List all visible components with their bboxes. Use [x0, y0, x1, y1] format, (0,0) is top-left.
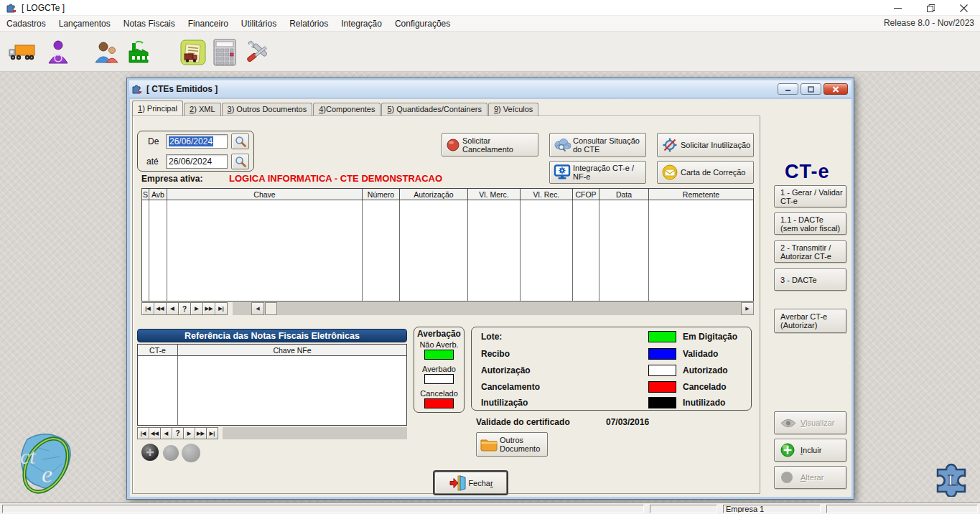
search-icon	[235, 156, 246, 167]
nfe-nav-first-button[interactable]: |◀	[137, 427, 149, 439]
restore-button[interactable]	[914, 0, 947, 16]
exit-door-icon	[448, 475, 468, 491]
mdi-desktop: ct e L [ CTEs Emitidos ]	[0, 72, 980, 503]
legend-label-autorizacao: Autorização	[481, 365, 531, 375]
toolbar	[0, 32, 980, 72]
folder-icon	[478, 436, 500, 452]
sphere-button-2[interactable]	[163, 445, 179, 461]
integracao-cte-nfe-button[interactable]: Integração CT-e / NF-e	[549, 161, 646, 184]
menu-cadastros[interactable]: Cadastros	[0, 17, 52, 31]
clients-toolbar-button[interactable]	[92, 37, 122, 67]
menu-notas-fiscais[interactable]: Notas Fiscais	[117, 17, 182, 31]
date-from-search-button[interactable]	[231, 134, 249, 149]
dacte-sem-valor-fiscal-button[interactable]: 1.1 - DACTe (sem valor fiscal)	[774, 212, 846, 235]
cte-document-toolbar-button[interactable]	[178, 37, 208, 67]
company-toolbar-button[interactable]	[125, 37, 155, 67]
monitor-gear-icon	[551, 164, 573, 180]
cancel-circle-icon	[444, 139, 462, 151]
nfe-reference-grid[interactable]: CT-e Chave NFe	[137, 344, 407, 426]
cte-grid-navigator: |◀ ◀◀ ◀ ? ▶ ▶▶ ▶| ◀ ▶	[141, 302, 754, 315]
tab-componentes[interactable]: 4)Componentes	[313, 103, 381, 116]
minimize-button[interactable]	[881, 0, 914, 16]
nfe-nav-prev-button[interactable]: ◀	[160, 427, 172, 439]
nav-fast-prev-button[interactable]: ◀◀	[154, 302, 167, 315]
child-minimize-button[interactable]	[778, 83, 798, 95]
visualizar-button[interactable]: Visualizar	[774, 411, 846, 434]
nav-next-button[interactable]: ▶	[190, 302, 203, 315]
nav-first-button[interactable]: |◀	[141, 302, 154, 315]
statusbar: Empresa 1	[0, 503, 980, 514]
consultar-situacao-button[interactable]: Consultar Situação do CTE	[549, 133, 646, 157]
col-avb: Avb	[149, 189, 167, 200]
cte-grid[interactable]: S Avb Chave Número Autorização Vl. Merc.…	[141, 188, 754, 302]
menu-lancamentos[interactable]: Lançamentos	[52, 17, 117, 31]
menu-utilitarios[interactable]: Utilitários	[235, 17, 283, 31]
legend-swatch-cancelamento	[648, 381, 676, 393]
empresa-ativa-label: Empresa ativa:	[141, 174, 202, 184]
nfe-nav-fast-prev-button[interactable]: ◀◀	[149, 427, 161, 439]
logctebrand-puzzle-icon: L	[930, 459, 974, 497]
alterar-button[interactable]: Alterar	[774, 466, 846, 489]
scroll-thumb[interactable]	[265, 302, 277, 315]
nfe-nav-next-button[interactable]: ▶	[183, 427, 195, 439]
factory-icon	[127, 40, 153, 65]
truck-toolbar-button[interactable]	[7, 37, 37, 67]
close-button[interactable]	[947, 0, 980, 16]
dacte-button[interactable]: 3 - DACTe	[774, 268, 846, 291]
calculator-toolbar-button[interactable]	[210, 37, 240, 67]
statusbar-panel-4	[826, 505, 978, 513]
tab-principal[interactable]: 1) Principal	[132, 101, 183, 116]
incluir-button[interactable]: Incluir	[774, 439, 846, 462]
col-chave: Chave	[167, 189, 363, 200]
nfe-nav-search-button[interactable]: ?	[172, 427, 184, 439]
menubar: Cadastros Lançamentos Notas Fiscais Fina…	[0, 16, 980, 32]
menu-relatorios[interactable]: Relatórios	[283, 17, 335, 31]
col-autorizacao: Autorização	[400, 189, 468, 200]
scroll-left-button[interactable]: ◀	[251, 302, 264, 315]
tab-veiculos[interactable]: 9) Veículos	[488, 103, 538, 116]
horizontal-scrollbar[interactable]: ◀ ▶	[233, 302, 754, 315]
gerar-validar-cte-button[interactable]: 1 - Gerar / Validar CT-e	[774, 185, 846, 207]
child-close-icon	[832, 86, 839, 93]
child-titlebar[interactable]: [ CTEs Emitidos ]	[129, 80, 851, 98]
tab-quantidades-containers[interactable]: 5) Quantidades/Containers	[381, 103, 487, 116]
solicitar-inutilizacao-button[interactable]: Solicitar Inutilização	[657, 133, 754, 157]
cte-grid-header: S Avb Chave Número Autorização Vl. Merc.…	[142, 189, 753, 200]
nfe-nav-last-button[interactable]: ▶|	[206, 427, 218, 439]
tab-outros-documentos[interactable]: 3) Outros Documentos	[222, 103, 313, 116]
legend-label-recibo: Recibo	[481, 349, 510, 359]
nav-fast-next-button[interactable]: ▶▶	[202, 302, 215, 315]
legend-swatch-autorizacao	[648, 365, 676, 376]
cte-brand-logo: ct e	[4, 431, 88, 500]
solicitar-cancelamento-button[interactable]: Solicitar Cancelamento	[442, 133, 538, 156]
tools-toolbar-button[interactable]	[243, 37, 273, 67]
nav-search-button[interactable]: ?	[178, 302, 191, 315]
nav-prev-button[interactable]: ◀	[166, 302, 179, 315]
child-restore-button[interactable]	[801, 83, 821, 95]
col-vl-merc: Vl. Merc.	[468, 189, 521, 200]
legend-status-em-digitacao: Em Digitação	[683, 332, 737, 342]
scroll-right-button[interactable]: ▶	[741, 302, 754, 315]
transmitir-autorizar-cte-button[interactable]: 2 - Transmitir / Autorizar CT-e	[774, 240, 846, 263]
averbar-cte-button[interactable]: Averbar CT-e (Autorizar)	[774, 309, 846, 333]
outros-documento-button[interactable]: Outros Documento	[476, 432, 548, 457]
tab-xml[interactable]: 2) XML	[184, 103, 220, 116]
nav-last-button[interactable]: ▶|	[215, 302, 228, 315]
menu-configuracoes[interactable]: Configurações	[388, 17, 457, 31]
window-title: [ LOGCTe ]	[22, 3, 65, 13]
legend-label-lote: Lote:	[481, 332, 502, 342]
child-close-button[interactable]	[823, 83, 848, 95]
nfe-nav-fast-next-button[interactable]: ▶▶	[195, 427, 207, 439]
nfe-scrollbar-track[interactable]	[223, 427, 407, 439]
driver-toolbar-button[interactable]	[43, 37, 73, 67]
fechar-button[interactable]: Fechar	[434, 472, 507, 494]
date-from-input[interactable]: 26/06/2024	[166, 134, 228, 149]
menu-financeiro[interactable]: Financeiro	[182, 17, 235, 31]
cte-document-icon	[180, 39, 206, 65]
carta-correcao-button[interactable]: Carta de Correção	[657, 161, 754, 184]
date-to-input[interactable]: 26/06/2024	[166, 154, 228, 169]
date-to-search-button[interactable]	[231, 154, 249, 169]
add-sphere-button[interactable]	[141, 444, 159, 461]
menu-integracao[interactable]: Integração	[335, 17, 388, 31]
sphere-button-3[interactable]	[182, 444, 200, 462]
